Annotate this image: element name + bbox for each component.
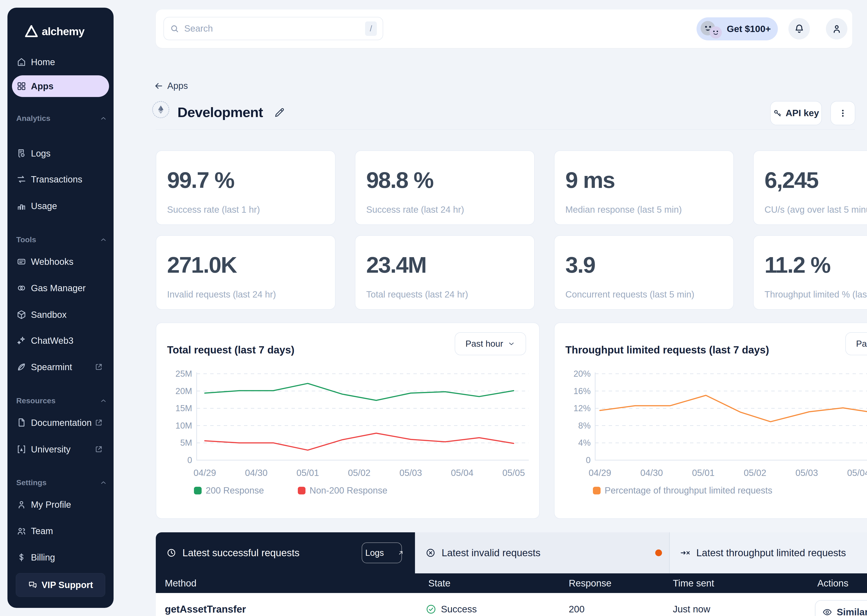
svg-text:15M: 15M	[175, 404, 192, 413]
stat-label: Total requests (last 24 hr)	[366, 289, 468, 300]
sidebar-item-gas-manager[interactable]: Gas Manager	[12, 277, 109, 299]
external-link-icon	[95, 445, 103, 454]
similar-button-label: Similar	[837, 607, 867, 616]
sidebar-item-label: ChatWeb3	[31, 336, 73, 346]
sidebar-item-label: Billing	[31, 552, 55, 563]
team-icon	[16, 526, 27, 536]
stat-label: Median response (last 5 min)	[565, 204, 682, 215]
requests-table-panel: Latest successful requestsLogsLatest inv…	[156, 532, 867, 616]
notification-dot	[655, 550, 662, 556]
column-header-state: State	[428, 578, 451, 589]
sidebar-item-apps[interactable]: Apps	[12, 75, 109, 97]
referral-promo-button[interactable]: Get $100+	[697, 17, 778, 40]
svg-text:05/01: 05/01	[692, 468, 715, 478]
search-input[interactable]: Search /	[164, 17, 383, 40]
sidebar-item-home[interactable]: Home	[12, 51, 109, 73]
sidebar-item-university[interactable]: University	[12, 438, 109, 460]
table-header-row: MethodStateResponseTime sentActions	[156, 574, 867, 593]
leaf-icon	[16, 362, 27, 372]
tab-latest-successful-requests[interactable]: Latest successful requestsLogs	[156, 532, 415, 574]
sidebar-item-logs[interactable]: Logs	[12, 143, 109, 164]
webhooks-icon	[16, 256, 27, 267]
logs-button-label: Logs	[365, 548, 384, 558]
svg-text:16%: 16%	[574, 387, 591, 396]
sidebar-item-label: Gas Manager	[31, 283, 85, 293]
column-header-response: Response	[569, 578, 612, 589]
sidebar-item-label: Apps	[31, 81, 54, 91]
chat-bubbles-icon	[28, 580, 38, 590]
similar-requests-button[interactable]: Similar	[815, 600, 867, 616]
chevron-up-icon	[99, 236, 107, 244]
tab-latest-throughput-limited-requests[interactable]: Latest throughput limited requests	[669, 532, 867, 574]
sidebar-item-label: Spearmint	[31, 362, 72, 372]
legend-item: Percentage of throughput limited request…	[593, 486, 772, 495]
alchemy-logo-icon	[24, 25, 39, 38]
grid-icon	[16, 81, 27, 91]
stat-label: Invalid requests (last 24 hr)	[167, 289, 276, 300]
cell-method: getAssetTransfer	[165, 603, 246, 615]
sidebar-item-transactions[interactable]: Transactions	[12, 168, 109, 190]
column-header-time-sent: Time sent	[673, 578, 714, 589]
legend-label: 200 Response	[206, 486, 264, 495]
svg-text:04/30: 04/30	[245, 468, 268, 478]
cell-response: 200	[569, 604, 585, 614]
sidebar-item-documentation[interactable]: Documentation	[12, 412, 109, 434]
svg-text:04/29: 04/29	[589, 468, 611, 478]
stat-card: 3.9Concurrent requests (last 5 min)	[554, 235, 734, 310]
sidebar-item-chatweb3[interactable]: ChatWeb3	[12, 330, 109, 351]
check-circle-icon	[426, 604, 437, 614]
column-header-method: Method	[165, 578, 196, 589]
more-options-button[interactable]	[831, 101, 855, 125]
stat-value: 23.4M	[366, 252, 426, 278]
sidebar-section-settings: Settings	[16, 478, 107, 487]
user-icon	[831, 24, 842, 34]
stat-label: Concurrent requests (last 5 min)	[565, 289, 694, 300]
svg-text:8%: 8%	[578, 421, 591, 431]
tab-latest-invalid-requests[interactable]: Latest invalid requests	[415, 532, 669, 574]
api-key-button[interactable]: API key	[770, 101, 822, 125]
sidebar-item-billing[interactable]: Billing	[12, 547, 109, 568]
logs-button[interactable]: Logs	[362, 542, 402, 563]
search-placeholder: Search	[184, 24, 213, 34]
sidebar-item-label: University	[31, 444, 71, 454]
promo-label: Get $100+	[727, 24, 771, 34]
sidebar-item-label: Team	[31, 526, 53, 536]
section-header-label: Analytics	[16, 114, 50, 123]
arrow-left-icon	[154, 82, 163, 90]
account-button[interactable]	[826, 18, 847, 39]
legend-label: Non-200 Response	[309, 486, 388, 495]
notifications-button[interactable]	[788, 18, 810, 39]
tab-label: Latest successful requests	[183, 547, 300, 558]
svg-text:10M: 10M	[175, 421, 192, 431]
sidebar-item-sandbox[interactable]: Sandbox	[12, 304, 109, 325]
sidebar-item-spearmint[interactable]: Spearmint	[12, 356, 109, 378]
stat-card: 11.2 %Throughput limited % (last 24 hr)	[753, 235, 867, 310]
vip-support-button[interactable]: VIP Support	[16, 573, 105, 597]
table-row[interactable]: getAssetTransferSuccess200Just nowSimila…	[156, 593, 867, 616]
legend-item: 200 Response	[194, 486, 264, 495]
tab-label: Latest invalid requests	[441, 547, 541, 558]
arrow-x-icon	[680, 548, 690, 558]
breadcrumb-back-apps[interactable]: Apps	[154, 81, 188, 91]
cell-time-sent: Just now	[673, 604, 710, 614]
sidebar: alchemy HomeAppsAnalyticsLogsTransaction…	[8, 8, 113, 608]
back-label: Apps	[167, 81, 188, 91]
svg-text:05/05: 05/05	[502, 468, 525, 478]
vip-support-label: VIP Support	[41, 580, 93, 590]
gas-icon	[16, 283, 27, 293]
sidebar-item-webhooks[interactable]: Webhooks	[12, 251, 109, 272]
stat-value: 271.0K	[167, 252, 236, 278]
stat-label: CU/s (avg over last 5 minutes)	[765, 204, 867, 215]
stat-card: 98.8 %Success rate (last 24 hr)	[355, 151, 534, 225]
section-header-label: Settings	[16, 478, 47, 487]
sidebar-item-usage[interactable]: Usage	[12, 195, 109, 217]
sidebar-item-team[interactable]: Team	[12, 520, 109, 542]
stat-value: 3.9	[565, 252, 595, 278]
sidebar-item-label: My Profile	[31, 500, 71, 510]
edit-title-pencil-icon[interactable]	[274, 107, 285, 118]
svg-text:04/30: 04/30	[640, 468, 663, 478]
alchemy-logo[interactable]: alchemy	[24, 25, 84, 38]
legend-item: Non-200 Response	[298, 486, 388, 495]
sidebar-item-my-profile[interactable]: My Profile	[12, 494, 109, 515]
state-label: Success	[441, 604, 477, 614]
